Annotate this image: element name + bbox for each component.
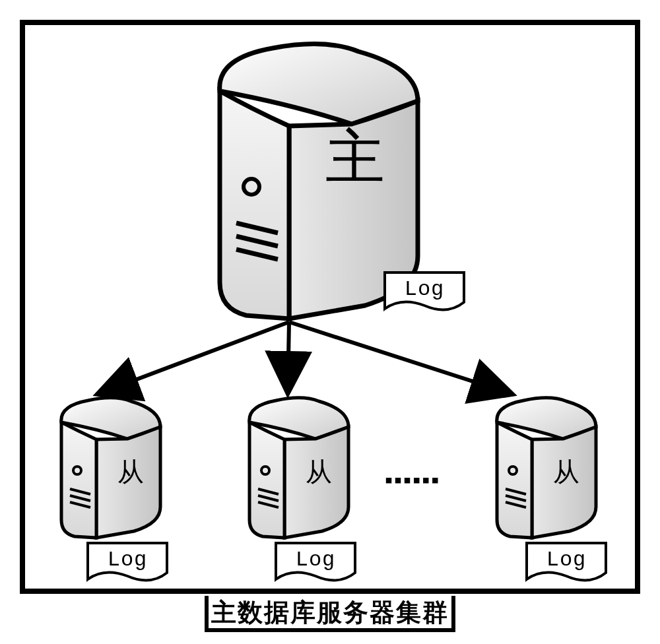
log-label: Log <box>84 548 170 572</box>
log-label: Log <box>273 548 358 572</box>
slave-server-1 <box>51 395 170 540</box>
log-label: Log <box>381 277 467 302</box>
slave-2-log: Log <box>273 540 358 586</box>
svg-line-6 <box>289 322 513 395</box>
cluster-title: 主数据库服务器集群 <box>211 598 449 626</box>
slave-server-2 <box>240 395 358 540</box>
slave-3-log: Log <box>523 540 609 586</box>
log-label: Log <box>523 548 609 572</box>
ellipsis: ▪▪▪▪▪▪ <box>385 467 440 493</box>
main-server-log: Log <box>381 269 467 315</box>
cluster-frame: 主 Log 从 Log <box>20 20 640 594</box>
svg-line-4 <box>96 322 289 395</box>
slave-server-3 <box>487 395 606 540</box>
slave-1-log: Log <box>84 540 170 586</box>
svg-line-5 <box>288 322 289 395</box>
cluster-title-box: 主数据库服务器集群 <box>205 596 455 632</box>
